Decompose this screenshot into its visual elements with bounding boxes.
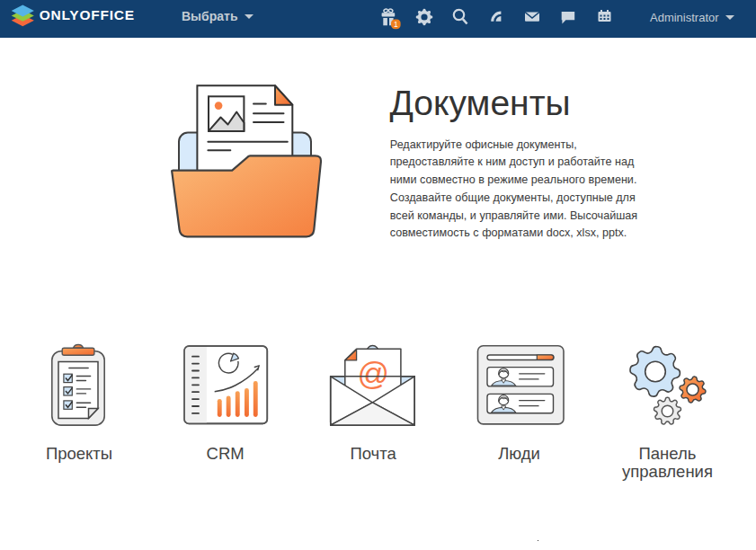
svg-text:@: @: [357, 356, 389, 391]
svg-text:1: 1: [394, 20, 398, 29]
